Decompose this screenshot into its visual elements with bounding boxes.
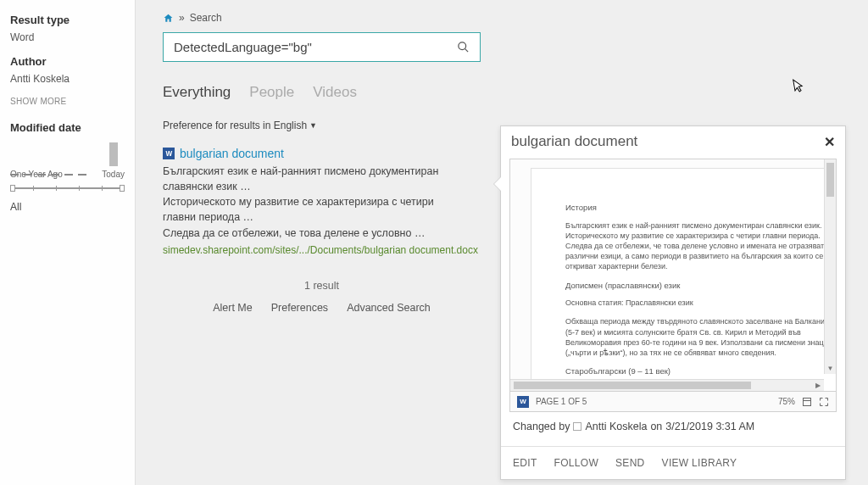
result-type-value[interactable]: Word bbox=[10, 31, 125, 43]
horizontal-scrollbar[interactable]: ◀ ▶ bbox=[510, 379, 824, 391]
zoom-level: 75% bbox=[778, 397, 795, 406]
result-snippet-2: Историческото му развитие се характеризи… bbox=[163, 194, 468, 225]
date-histogram bbox=[10, 141, 125, 166]
alert-me-link[interactable]: Alert Me bbox=[213, 302, 253, 314]
preview-title: bulgarian document bbox=[511, 133, 637, 150]
advanced-search-link[interactable]: Advanced Search bbox=[347, 302, 431, 314]
date-all[interactable]: All bbox=[10, 201, 125, 213]
search-scopes: Everything People Videos bbox=[163, 84, 841, 101]
svg-point-0 bbox=[458, 42, 465, 50]
doc-heading-2: Дописмен (праславянски) език bbox=[565, 281, 835, 292]
scroll-right-arrow-icon[interactable]: ▶ bbox=[812, 380, 824, 391]
scroll-down-arrow-icon[interactable]: ▼ bbox=[825, 362, 836, 374]
result-type-heading: Result type bbox=[10, 14, 125, 26]
language-preference-label: Preference for results in English bbox=[163, 120, 307, 131]
svg-line-1 bbox=[465, 48, 468, 52]
mouse-cursor-icon bbox=[793, 77, 807, 94]
view-mode-icon[interactable] bbox=[802, 397, 812, 407]
breadcrumb-sep: » bbox=[179, 12, 185, 24]
search-box[interactable] bbox=[163, 32, 481, 62]
edit-button[interactable]: EDIT bbox=[513, 457, 537, 469]
hover-preview-panel: bulgarian document ✕ История Българският… bbox=[500, 125, 846, 480]
result-title-text: bulgarian document bbox=[180, 147, 284, 160]
changed-on-label: on bbox=[650, 421, 662, 432]
date-to-label: Today bbox=[102, 170, 125, 179]
document-preview-frame[interactable]: История Българският език е най-ранният п… bbox=[509, 159, 837, 392]
svg-rect-4 bbox=[804, 398, 811, 405]
result-footer-actions: Alert Me Preferences Advanced Search bbox=[163, 302, 481, 314]
preview-actions: EDIT FOLLOW SEND VIEW LIBRARY bbox=[501, 447, 845, 479]
doc-para-1: Българският език е най-ранният писмено д… bbox=[565, 220, 835, 272]
search-icon[interactable] bbox=[456, 41, 470, 54]
author-show-more[interactable]: SHOW MORE bbox=[10, 97, 125, 106]
doc-heading-1: История bbox=[565, 203, 835, 214]
scrollbar-thumb-y[interactable] bbox=[826, 163, 834, 197]
refiners-panel: Result type Word Author Antti Koskela SH… bbox=[0, 0, 136, 485]
view-library-button[interactable]: VIEW LIBRARY bbox=[662, 457, 737, 469]
scrollbar-thumb-x[interactable] bbox=[514, 382, 751, 389]
changed-by-label: Changed by bbox=[513, 421, 570, 432]
preview-statusbar: W PAGE 1 OF 5 75% bbox=[509, 392, 837, 412]
result-snippet-3: Следва да се отбележи, че това делене е … bbox=[163, 226, 468, 241]
svg-text:W: W bbox=[166, 150, 173, 158]
page-indicator: PAGE 1 OF 5 bbox=[536, 397, 587, 406]
preview-changed-by: Changed by Antti Koskela on 3/21/2019 3:… bbox=[501, 412, 845, 438]
preferences-link[interactable]: Preferences bbox=[271, 302, 328, 314]
scope-videos[interactable]: Videos bbox=[313, 84, 357, 101]
document-page: История Българският език е най-ранният п… bbox=[531, 168, 837, 392]
word-app-icon[interactable]: W bbox=[517, 396, 529, 408]
close-icon[interactable]: ✕ bbox=[824, 134, 835, 150]
result-snippet-1: Българският език е най-ранният писмено д… bbox=[163, 164, 468, 194]
result-count: 1 result bbox=[163, 280, 481, 292]
doc-para-3: Обхваща периода между твърдяното славянс… bbox=[565, 316, 835, 358]
fullscreen-icon[interactable] bbox=[819, 397, 829, 407]
histogram-bar bbox=[109, 142, 118, 166]
date-slider[interactable] bbox=[10, 182, 125, 194]
callout-arrow-icon bbox=[494, 177, 501, 191]
word-doc-icon: W bbox=[163, 148, 175, 159]
follow-button[interactable]: FOLLOW bbox=[554, 457, 598, 469]
doc-heading-3: Старобългарски (9 – 11 век) bbox=[565, 366, 835, 377]
search-input[interactable] bbox=[174, 40, 456, 54]
author-value[interactable]: Antti Koskela bbox=[10, 73, 125, 85]
changed-by-author[interactable]: Antti Koskela bbox=[585, 421, 647, 432]
vertical-scrollbar[interactable]: ▲ ▼ bbox=[824, 159, 836, 374]
doc-para-2: Основна статия: Праславянски език bbox=[565, 298, 835, 308]
home-icon[interactable] bbox=[163, 13, 174, 24]
presence-icon bbox=[573, 422, 581, 431]
changed-timestamp: 3/21/2019 3:31 AM bbox=[665, 421, 754, 432]
author-heading: Author bbox=[10, 55, 125, 68]
breadcrumb-current: Search bbox=[190, 12, 222, 24]
scope-people[interactable]: People bbox=[249, 84, 294, 101]
modified-date-heading: Modified date bbox=[10, 121, 125, 134]
scope-everything[interactable]: Everything bbox=[163, 84, 231, 101]
chevron-down-icon: ▼ bbox=[309, 121, 317, 130]
send-button[interactable]: SEND bbox=[615, 457, 645, 469]
breadcrumb: » Search bbox=[163, 12, 841, 24]
